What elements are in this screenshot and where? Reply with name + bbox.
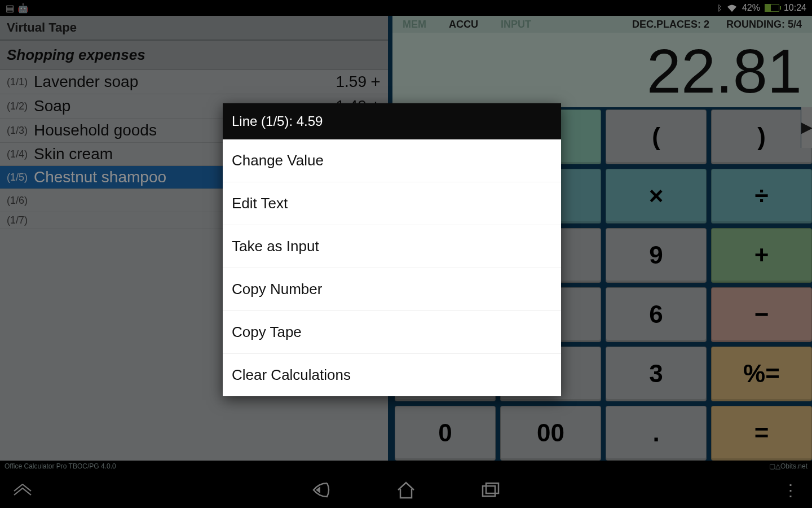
dialog-item[interactable]: Take as Input: [223, 225, 561, 268]
dialog-item[interactable]: Copy Tape: [223, 311, 561, 354]
dialog-item[interactable]: Edit Text: [223, 182, 561, 225]
dialog-item[interactable]: Clear Calculations: [223, 354, 561, 396]
context-menu-dialog: Line (1/5): 4.59 Change ValueEdit TextTa…: [223, 103, 561, 396]
dialog-item[interactable]: Copy Number: [223, 268, 561, 311]
dialog-title: Line (1/5): 4.59: [223, 103, 561, 139]
dialog-item[interactable]: Change Value: [223, 139, 561, 182]
